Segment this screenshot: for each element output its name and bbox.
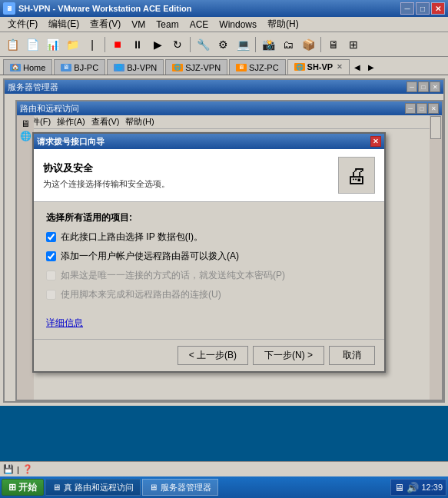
tray-network-icon[interactable]: 🖥 xyxy=(394,482,404,493)
tab-bj-vpn[interactable]: 🌐 BJ-VPN xyxy=(107,59,164,75)
server-manager-window: 服务器管理器 ─ □ ✕ 路由和远程访问 ─ □ ✕ 文件(F) 操作(A) xyxy=(3,78,445,403)
toolbar-btn-4[interactable]: 📁 xyxy=(63,35,81,54)
checkbox-item-4: 使用脚本来完成和远程路由器的连接(U) xyxy=(46,288,372,301)
sm-max-btn[interactable]: □ xyxy=(418,81,429,92)
start-icon: ⊞ xyxy=(8,482,16,493)
toolbar-btn-3[interactable]: 📊 xyxy=(43,35,61,54)
toolbar-btn-vm2[interactable]: ⚙ xyxy=(214,35,232,54)
dialog-footer: < 上一步(B) 下一步(N) > 取消 xyxy=(34,339,384,371)
routing-titlebar: 路由和远程访问 ─ □ ✕ xyxy=(17,101,442,115)
bj-pc-icon: 🖥 xyxy=(61,64,71,71)
sidebar-icon-1: 🖥 xyxy=(21,118,30,129)
routing-menubar: 文件(F) 操作(A) 查看(V) 帮助(H) xyxy=(17,115,442,129)
routing-title-buttons: ─ □ ✕ xyxy=(405,103,439,114)
maximize-button[interactable]: □ xyxy=(416,2,430,15)
sh-vp-close[interactable]: ✕ xyxy=(337,63,343,71)
toolbar-btn-stop[interactable]: ■ xyxy=(108,35,127,54)
prev-button[interactable]: < 上一步(B) xyxy=(178,346,248,365)
routing-menu-view[interactable]: 查看(V) xyxy=(88,116,123,128)
tab-sh-vp[interactable]: 🌐 SH-VP ✕ xyxy=(287,59,350,75)
toolbar-btn-5[interactable]: | xyxy=(83,35,101,54)
routing-close-btn[interactable]: ✕ xyxy=(428,103,439,114)
status-icon-disk: 💾 xyxy=(3,464,14,474)
dialog-header-subtitle: 为这个连接选择传输和安全选项。 xyxy=(43,178,170,190)
taskbar-routing-icon: 🖥 xyxy=(52,483,61,492)
menu-file[interactable]: 文件(F) xyxy=(3,17,42,32)
close-button[interactable]: ✕ xyxy=(431,2,445,15)
tray-volume-icon[interactable]: 🔊 xyxy=(407,482,419,493)
menu-edit[interactable]: 编辑(E) xyxy=(44,17,84,32)
minimize-button[interactable]: ─ xyxy=(400,2,414,15)
dialog-header: 协议及安全 为这个连接选择传输和安全选项。 🖨 xyxy=(34,149,384,202)
cancel-button[interactable]: 取消 xyxy=(329,346,375,365)
system-tray: 🖥 🔊 12:39 xyxy=(390,479,446,496)
checkbox-item-3: 如果这是唯一一连接的方式的话，就发送纯文本密码(P) xyxy=(46,269,372,282)
taskbar-server-icon: 🖥 xyxy=(149,483,158,492)
tab-prev[interactable]: ◀ xyxy=(351,59,363,75)
toolbar-btn-pause[interactable]: ⏸ xyxy=(128,35,147,54)
tab-sjz-pc[interactable]: 🖥 SJZ-PC xyxy=(229,59,286,75)
sidebar-icon-2: 🌐 xyxy=(20,131,32,141)
menu-windows[interactable]: Windows xyxy=(214,18,261,31)
taskbar-item-server[interactable]: 🖥 服务器管理器 xyxy=(142,479,218,496)
tab-bj-pc-label: BJ-PC xyxy=(74,63,98,72)
menu-team[interactable]: Team xyxy=(151,18,183,31)
start-label: 开始 xyxy=(18,481,37,494)
sm-min-btn[interactable]: ─ xyxy=(407,81,417,92)
title-bar: 🖥 SH-VPN - VMware Workstation ACE Editio… xyxy=(0,0,448,17)
tab-home-label: Home xyxy=(23,63,45,72)
checkbox-plaintext[interactable] xyxy=(46,271,56,281)
detail-link[interactable]: 详细信息 xyxy=(46,317,372,330)
dial-dialog: 请求拨号接口向导 ✕ 协议及安全 为这个连接选择传输和安全选项。 🖨 选择所有适… xyxy=(32,132,386,373)
tab-next[interactable]: ▶ xyxy=(365,59,377,75)
sjz-pc-icon: 🖥 xyxy=(236,64,247,71)
routing-max-btn[interactable]: □ xyxy=(416,103,427,114)
next-button[interactable]: 下一步(N) > xyxy=(253,346,324,365)
taskbar-server-label: 服务器管理器 xyxy=(161,482,211,493)
menu-ace[interactable]: ACE xyxy=(185,18,214,31)
menu-help[interactable]: 帮助(H) xyxy=(263,17,304,32)
status-icon-help: ❓ xyxy=(22,464,33,474)
checkbox-add-user[interactable] xyxy=(46,251,56,261)
menu-view[interactable]: 查看(V) xyxy=(85,17,125,32)
toolbar-btn-vm1[interactable]: 🔧 xyxy=(194,35,212,54)
routing-menu-action[interactable]: 操作(A) xyxy=(54,116,88,128)
routing-min-btn[interactable]: ─ xyxy=(405,103,416,114)
toolbar-btn-snap2[interactable]: 🗂 xyxy=(279,35,297,54)
tab-bar: 🏠 Home 🖥 BJ-PC 🌐 BJ-VPN 🌐 SJZ-VPN 🖥 SJZ-… xyxy=(0,57,448,75)
checkbox-script[interactable] xyxy=(46,290,56,300)
taskbar-item-routing[interactable]: 🖥 真 路由和远程访问 xyxy=(45,479,141,496)
routing-menu-help[interactable]: 帮助(H) xyxy=(122,116,157,128)
sm-close-btn[interactable]: ✕ xyxy=(430,81,440,92)
toolbar-btn-vm3[interactable]: 💻 xyxy=(234,35,252,54)
dialog-body: 选择所有适用的项目: 在此接口上路由选择 IP 数据包(I)。 添加一个用户帐户… xyxy=(34,202,384,339)
app-icon: 🖥 xyxy=(3,2,15,15)
tab-sjz-vpn[interactable]: 🌐 SJZ-VPN xyxy=(165,59,227,75)
tab-sjz-pc-label: SJZ-PC xyxy=(249,63,279,72)
menu-vm[interactable]: VM xyxy=(127,18,150,31)
scrollbar-thumb[interactable] xyxy=(430,116,441,139)
toolbar-btn-2[interactable]: 📄 xyxy=(23,35,41,54)
title-bar-buttons: ─ □ ✕ xyxy=(400,2,445,15)
dialog-section-title: 选择所有适用的项目: xyxy=(46,211,372,224)
start-button[interactable]: ⊞ 开始 xyxy=(2,479,44,496)
checkbox-plaintext-label: 如果这是唯一一连接的方式的话，就发送纯文本密码(P) xyxy=(61,269,285,282)
toolbar-btn-snap1[interactable]: 📸 xyxy=(259,35,277,54)
checkbox-item-1: 在此接口上路由选择 IP 数据包(I)。 xyxy=(46,231,372,244)
routing-scrollbar[interactable] xyxy=(430,115,442,400)
toolbar-btn-refresh[interactable]: ↻ xyxy=(168,35,187,54)
toolbar-sep-4 xyxy=(320,37,321,52)
toolbar-btn-full[interactable]: 🖥 xyxy=(324,35,343,54)
tab-home[interactable]: 🏠 Home xyxy=(3,59,52,75)
toolbar-btn-snap3[interactable]: 📦 xyxy=(299,35,317,54)
checkbox-ip-routing[interactable] xyxy=(46,232,56,242)
toolbar-btn-play[interactable]: ▶ xyxy=(148,35,167,54)
sh-vp-icon: 🌐 xyxy=(294,63,305,71)
toolbar-btn-1[interactable]: 📋 xyxy=(3,35,22,54)
dialog-close-btn[interactable]: ✕ xyxy=(370,136,381,147)
dialog-header-icon: 🖨 xyxy=(338,157,375,194)
dialog-header-text: 协议及安全 为这个连接选择传输和安全选项。 xyxy=(43,161,170,190)
tab-bj-vpn-label: BJ-VPN xyxy=(127,63,157,72)
tab-bj-pc[interactable]: 🖥 BJ-PC xyxy=(54,59,105,75)
toolbar-btn-multi[interactable]: ⊞ xyxy=(344,35,363,54)
